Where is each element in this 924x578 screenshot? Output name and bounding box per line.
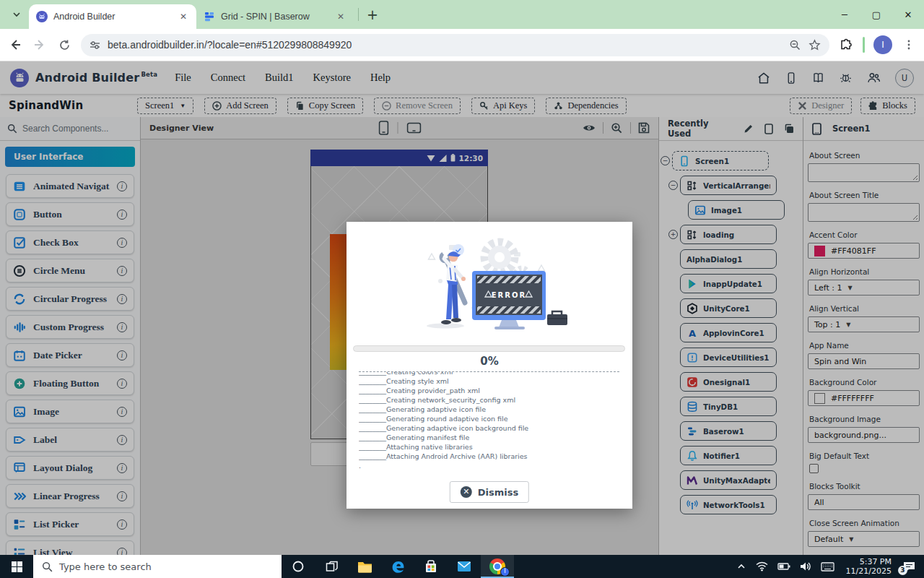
tab-close-icon[interactable]: ✕: [335, 11, 346, 22]
log-line: ________Creating colors xml: [359, 371, 619, 376]
build-progress-dialog: ERROR: [346, 222, 632, 509]
window-minimize-button[interactable]: ─: [829, 1, 860, 27]
battery-tray-icon[interactable]: [777, 562, 790, 571]
android-builder-favicon: [36, 11, 48, 22]
log-line: ________Generating manifest file: [359, 433, 619, 442]
build-progress-bar: [353, 345, 625, 352]
window-maximize-button[interactable]: ▢: [860, 1, 892, 27]
address-bar[interactable]: beta.androidbuilder.in/?locale=en#512029…: [81, 34, 829, 56]
task-view-button[interactable]: [315, 555, 348, 578]
chrome-profile-badge: I: [500, 567, 510, 577]
edge-icon[interactable]: [381, 555, 414, 578]
browser-profile-avatar[interactable]: I: [873, 35, 892, 54]
taskbar-clock[interactable]: 5:37 PM 11/21/2025: [846, 557, 892, 576]
log-line: ________Attaching Android Archive (AAR) …: [359, 452, 619, 461]
log-line: ________Creating network_security_config…: [359, 395, 619, 405]
log-line: ________Creating style xml: [359, 376, 619, 386]
reload-icon[interactable]: [56, 37, 72, 53]
bookmark-star-icon[interactable]: [808, 39, 821, 51]
wifi-tray-icon[interactable]: [756, 561, 768, 571]
browser-tab-strip: Android Builder ✕ Grid - SPIN | Baserow …: [0, 0, 924, 29]
log-line: ________Creating provider_path xml: [359, 386, 619, 395]
tab-close-icon[interactable]: ✕: [178, 11, 189, 22]
close-icon: ✕: [461, 486, 472, 498]
window-close-button[interactable]: ✕: [892, 1, 924, 27]
clock-time: 5:37 PM: [846, 557, 892, 566]
back-icon[interactable]: [7, 37, 23, 53]
start-button[interactable]: [0, 555, 33, 578]
tab-search-chevron-icon[interactable]: [7, 5, 26, 24]
file-explorer-icon[interactable]: [348, 555, 381, 578]
browser-toolbar: beta.androidbuilder.in/?locale=en#512029…: [0, 29, 924, 61]
forward-icon[interactable]: [32, 37, 48, 53]
site-settings-icon[interactable]: [90, 40, 100, 51]
browser-menu-icon[interactable]: [901, 37, 917, 53]
new-tab-button[interactable]: +: [363, 5, 382, 24]
log-line: ________Generating round adaptive icon f…: [359, 414, 619, 423]
profile-separator: [863, 37, 865, 53]
error-illustration: ERROR: [404, 233, 575, 332]
log-line: .: [359, 461, 619, 470]
volume-tray-icon[interactable]: [800, 561, 811, 571]
action-center-icon[interactable]: 3: [901, 558, 917, 574]
tab-title: Grid - SPIN | Baserow: [221, 12, 329, 22]
windows-taskbar: Type here to search I 5:37 PM 11/21/2025…: [0, 555, 924, 578]
baserow-favicon: [204, 11, 215, 22]
taskbar-search-placeholder: Type here to search: [59, 561, 152, 572]
touch-keyboard-icon[interactable]: [821, 562, 834, 571]
tab-android-builder[interactable]: Android Builder ✕: [29, 4, 196, 29]
svg-text:ERROR: ERROR: [492, 291, 526, 299]
log-line: ________Generating adaptive icon backgro…: [359, 423, 619, 433]
clock-date: 11/21/2025: [846, 566, 892, 576]
url-text[interactable]: beta.androidbuilder.in/?locale=en#512029…: [108, 39, 782, 51]
notification-count-badge: 3: [898, 566, 907, 575]
show-hidden-icons[interactable]: [736, 561, 746, 571]
dismiss-button[interactable]: ✕ Dismiss: [450, 481, 529, 503]
taskbar-search[interactable]: Type here to search: [33, 555, 282, 578]
zoom-out-icon[interactable]: [789, 39, 801, 51]
android-builder-page: Android BuilderBeta File Connect Build1 …: [0, 61, 924, 555]
log-line: ________Attaching native libraries: [359, 442, 619, 452]
chrome-taskbar-icon[interactable]: I: [481, 555, 514, 578]
tab-title: Android Builder: [53, 12, 172, 22]
log-line: ________Generating adaptive icon file: [359, 405, 619, 414]
extensions-icon[interactable]: [838, 37, 854, 53]
cortana-button[interactable]: [282, 555, 315, 578]
build-log: ________Creating colors xml________Creat…: [359, 371, 619, 472]
mail-icon[interactable]: [448, 555, 481, 578]
tab-separator: [358, 8, 359, 21]
microsoft-store-icon[interactable]: [414, 555, 448, 578]
progress-percent: 0%: [346, 355, 632, 368]
tab-baserow[interactable]: Grid - SPIN | Baserow ✕: [196, 4, 354, 29]
